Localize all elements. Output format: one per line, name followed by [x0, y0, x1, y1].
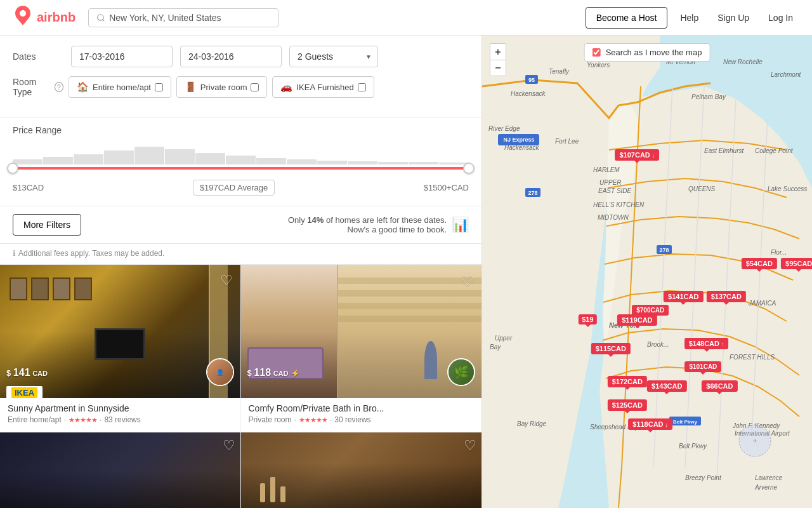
- become-host-button[interactable]: Become a Host: [586, 7, 668, 29]
- host-avatar: 🌿: [447, 358, 475, 386]
- wishlist-button[interactable]: ♡: [464, 438, 476, 454]
- svg-text:✈: ✈: [753, 438, 757, 444]
- svg-point-0: [98, 14, 103, 20]
- search-as-move-checkbox[interactable]: [593, 48, 601, 57]
- date-to-input[interactable]: [180, 46, 282, 67]
- slider-thumb-left[interactable]: [7, 163, 18, 174]
- listing-card[interactable]: ♡: [0, 432, 241, 508]
- svg-text:East Elmhurst: East Elmhurst: [704, 147, 744, 154]
- listing-info: Sunny Apartment in Sunnyside Entire home…: [0, 398, 240, 432]
- room-type-row: Room Type ? 🏠 Entire home/apt 🚪 Private …: [13, 76, 469, 98]
- header-nav: Become a Host Help Sign Up Log In: [586, 7, 799, 29]
- listing-price-badge: $ 118 CAD ⚡: [247, 367, 301, 378]
- room-option-private-label: Private room: [200, 83, 247, 92]
- svg-text:Lake Success: Lake Success: [768, 185, 807, 192]
- svg-text:JAMAICA: JAMAICA: [748, 300, 776, 307]
- host-avatar: 👤: [206, 358, 234, 386]
- slider-track: [13, 167, 469, 170]
- svg-text:278: 278: [659, 247, 669, 253]
- search-as-move-toggle[interactable]: Search as I move the map: [584, 43, 710, 62]
- room-option-ikea-checkbox[interactable]: [358, 83, 366, 91]
- svg-text:Breezy Point: Breezy Point: [685, 474, 722, 481]
- svg-text:MIDTOWN: MIDTOWN: [598, 214, 629, 221]
- search-input[interactable]: [109, 13, 270, 23]
- guests-select[interactable]: 2 Guests: [289, 46, 378, 67]
- ikea-logo: IKEA: [11, 387, 37, 398]
- price-histogram: [13, 147, 469, 164]
- wishlist-button[interactable]: ♡: [223, 438, 235, 454]
- room-option-ikea[interactable]: 🚗 IKEA Furnished: [272, 76, 374, 98]
- listing-meta: Private room · ★★★★★ · 30 reviews: [249, 415, 475, 424]
- login-link[interactable]: Log In: [762, 8, 799, 28]
- svg-text:Bay Ridge: Bay Ridge: [517, 420, 547, 427]
- svg-text:Belt Pkwy: Belt Pkwy: [679, 443, 707, 450]
- svg-text:Pelham Bay: Pelham Bay: [691, 93, 726, 100]
- price-range-section: Price Range: [0, 117, 481, 206]
- info-icon: ℹ: [13, 249, 16, 258]
- listing-card[interactable]: ♡ $ 141 CAD IKEA 👤 Sunny Apartment in Su…: [0, 265, 241, 432]
- dates-row: Dates 2 Guests: [13, 46, 469, 67]
- svg-text:Sheepshead Bay: Sheepshead Bay: [590, 424, 639, 431]
- urgency-icon: 📊: [452, 217, 469, 233]
- svg-text:Upper: Upper: [495, 335, 513, 342]
- price-avg-label: $197CAD Average: [193, 180, 275, 196]
- map-panel: 95 278 278 Hackensack Tenafly Yonkers Mt…: [482, 36, 812, 508]
- guests-wrapper: 2 Guests: [289, 46, 378, 67]
- listing-type: Entire home/apt: [8, 415, 62, 424]
- logo: airbnb: [13, 5, 75, 30]
- room-type-help-icon[interactable]: ?: [55, 82, 63, 92]
- home-icon: 🏠: [77, 81, 89, 93]
- left-panel: Dates 2 Guests Room Type ? 🏠 Entire home…: [0, 36, 482, 508]
- price-labels: $13CAD $197CAD Average $1500+CAD: [13, 180, 469, 196]
- listings-grid: ♡ $ 141 CAD IKEA 👤 Sunny Apartment in Su…: [0, 265, 481, 508]
- svg-text:NJ Express: NJ Express: [503, 137, 534, 143]
- room-option-entire-checkbox[interactable]: [155, 83, 163, 91]
- price-max-label: $1500+CAD: [424, 183, 469, 192]
- map-controls: + −: [490, 43, 506, 76]
- urgency-text: Only 14% of homes are left for these dat…: [288, 215, 447, 234]
- listing-image: [0, 432, 240, 508]
- svg-text:278: 278: [528, 190, 537, 196]
- price-min-label: $13CAD: [13, 183, 44, 192]
- price-range-title: Price Range: [13, 125, 469, 135]
- location-search[interactable]: [88, 8, 278, 27]
- wishlist-button[interactable]: ♡: [220, 272, 233, 289]
- room-option-private[interactable]: 🚪 Private room: [176, 76, 268, 98]
- urgency-main: Only 14% of homes are left for these dat…: [288, 215, 447, 225]
- more-filters-button[interactable]: More Filters: [13, 214, 81, 236]
- listing-type: Private room: [249, 415, 292, 424]
- room-option-private-checkbox[interactable]: [251, 83, 259, 91]
- signup-link[interactable]: Sign Up: [711, 8, 756, 28]
- svg-text:Fort Lee: Fort Lee: [555, 138, 579, 145]
- ikea-badge: IKEA: [6, 386, 43, 399]
- listing-price-badge: $ 141 CAD: [6, 367, 48, 378]
- help-link[interactable]: Help: [674, 8, 705, 28]
- svg-text:Arverne: Arverne: [754, 484, 777, 491]
- svg-text:FOREST HILLS: FOREST HILLS: [730, 354, 775, 361]
- room-option-entire[interactable]: 🏠 Entire home/apt: [69, 76, 171, 98]
- door-icon: 🚪: [185, 81, 197, 93]
- svg-text:Yonkers: Yonkers: [587, 62, 610, 69]
- filters-area: Dates 2 Guests Room Type ? 🏠 Entire home…: [0, 36, 481, 117]
- fees-note: ℹ Additional fees apply. Taxes may be ad…: [0, 244, 481, 265]
- svg-text:UPPER: UPPER: [599, 179, 621, 186]
- ikea-icon: 🚗: [280, 81, 292, 93]
- listing-image: [241, 432, 482, 508]
- zoom-out-button[interactable]: −: [490, 60, 506, 76]
- listing-meta: Entire home/apt · ★★★★★ · 83 reviews: [8, 415, 233, 424]
- main-content: Dates 2 Guests Room Type ? 🏠 Entire home…: [0, 36, 812, 508]
- urgency-message: Only 14% of homes are left for these dat…: [288, 215, 469, 234]
- airbnb-logo-icon: [13, 5, 33, 30]
- svg-text:Lawrence: Lawrence: [755, 474, 783, 481]
- svg-text:HELL'S KITCHEN: HELL'S KITCHEN: [593, 201, 645, 208]
- date-from-input[interactable]: [71, 46, 173, 67]
- fees-note-text: Additional fees apply. Taxes may be adde…: [18, 249, 164, 258]
- slider-thumb-right[interactable]: [463, 163, 475, 174]
- zoom-in-button[interactable]: +: [490, 43, 506, 60]
- wishlist-button[interactable]: ♡: [461, 272, 474, 289]
- room-option-entire-label: Entire home/apt: [93, 83, 151, 92]
- listing-card[interactable]: ♡ $ 118 CAD ⚡ 🌿 Comfy Room/Private Bath …: [241, 265, 482, 432]
- listing-card[interactable]: ♡: [241, 432, 482, 508]
- svg-text:QUEENS: QUEENS: [688, 185, 716, 192]
- dates-label: Dates: [13, 51, 63, 62]
